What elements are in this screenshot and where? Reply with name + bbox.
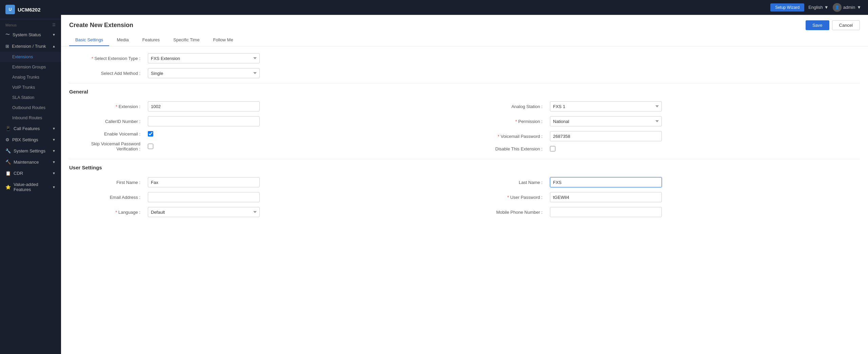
chevron-down-icon: ▼ bbox=[824, 5, 829, 10]
first-name-label: First Name : bbox=[69, 180, 144, 185]
analog-station-label: Analog Station : bbox=[471, 104, 546, 109]
sidebar-item-system-status[interactable]: 〜 System Status ▼ bbox=[0, 28, 61, 41]
user-settings-section-title: User Settings bbox=[69, 165, 860, 172]
first-name-input[interactable] bbox=[148, 177, 260, 187]
enable-voicemail-checkbox[interactable] bbox=[148, 131, 153, 137]
content-area: Create New Extension Save Cancel Basic S… bbox=[61, 15, 868, 354]
sidebar-item-label: Extension / Trunk bbox=[12, 44, 46, 49]
permission-row: Permission : Internal Local National Int… bbox=[471, 116, 860, 126]
callerid-input[interactable] bbox=[148, 116, 260, 126]
add-method-select[interactable]: Single Batch bbox=[148, 68, 260, 78]
sidebar-item-pbx-settings[interactable]: ⚙ PBX Settings ▼ bbox=[0, 134, 61, 145]
user-menu[interactable]: 👤 admin ▼ bbox=[833, 3, 861, 12]
chevron-icon: ▼ bbox=[52, 185, 56, 189]
extension-row: Extension : bbox=[69, 101, 458, 111]
user-settings-right-col: Last Name : User Password : Mobile Phone… bbox=[471, 177, 860, 222]
callerid-row: CallerID Number : bbox=[69, 116, 458, 126]
add-method-label: Select Add Method : bbox=[69, 71, 144, 76]
sidebar-item-label: Call Features bbox=[14, 126, 40, 131]
extension-type-select[interactable]: FXS Extension SIP Extension IAX Extensio… bbox=[148, 53, 260, 63]
general-right-col: Analog Station : FXS 1 FXS 2 Permission … bbox=[471, 101, 860, 156]
sidebar-item-cdr[interactable]: 📋 CDR ▼ bbox=[0, 168, 61, 179]
language-select[interactable]: Default English Chinese bbox=[148, 207, 260, 217]
analog-station-row: Analog Station : FXS 1 FXS 2 bbox=[471, 101, 860, 111]
main-area: Setup Wizard English ▼ 👤 admin ▼ Create … bbox=[61, 0, 868, 354]
callerid-label: CallerID Number : bbox=[69, 119, 144, 124]
sidebar-item-maintenance[interactable]: 🔨 Maintenance ▼ bbox=[0, 157, 61, 168]
sidebar-item-inbound-routes[interactable]: Inbound Routes bbox=[0, 113, 61, 123]
extension-type-select-wrapper: FXS Extension SIP Extension IAX Extensio… bbox=[148, 53, 260, 63]
tab-media[interactable]: Media bbox=[111, 34, 135, 46]
topbar: Setup Wizard English ▼ 👤 admin ▼ bbox=[61, 0, 868, 15]
divider-user-settings bbox=[69, 159, 860, 159]
skip-voicemail-label: Skip Voicemail Password Verification : bbox=[69, 141, 144, 151]
sidebar-item-analog-trunks[interactable]: Analog Trunks bbox=[0, 72, 61, 82]
analog-station-wrapper: FXS 1 FXS 2 bbox=[550, 101, 662, 111]
sidebar-item-label: Maintenance bbox=[14, 160, 39, 165]
sidebar-item-value-added[interactable]: ⭐ Value-added Features ▼ bbox=[0, 179, 61, 195]
pbx-settings-icon: ⚙ bbox=[5, 137, 9, 142]
tab-follow-me[interactable]: Follow Me bbox=[207, 34, 239, 46]
mobile-phone-input[interactable] bbox=[550, 207, 662, 217]
language-selector[interactable]: English ▼ bbox=[808, 5, 829, 10]
disable-extension-checkbox[interactable] bbox=[550, 146, 555, 151]
sidebar-logo: U UCM6202 bbox=[0, 0, 61, 19]
skip-voicemail-checkbox[interactable] bbox=[148, 144, 153, 149]
cancel-button[interactable]: Cancel bbox=[832, 20, 860, 30]
tab-specific-time[interactable]: Specific Time bbox=[167, 34, 205, 46]
system-settings-icon: 🔧 bbox=[5, 148, 11, 153]
sidebar-item-system-settings[interactable]: 🔧 System Settings ▼ bbox=[0, 145, 61, 157]
sidebar-item-extension-trunk[interactable]: ⊞ Extension / Trunk ▲ bbox=[0, 41, 61, 52]
content-header: Create New Extension Save Cancel Basic S… bbox=[61, 15, 868, 46]
extension-type-row: Select Extension Type : FXS Extension SI… bbox=[69, 53, 860, 63]
maintenance-icon: 🔨 bbox=[5, 160, 11, 165]
tab-basic-settings[interactable]: Basic Settings bbox=[69, 34, 109, 46]
menu-icon[interactable]: ☰ bbox=[52, 23, 56, 27]
chevron-icon: ▼ bbox=[52, 138, 56, 142]
user-settings-left-col: First Name : Email Address : Language : … bbox=[69, 177, 458, 222]
extension-input[interactable] bbox=[148, 101, 260, 111]
sidebar-item-outbound-routes[interactable]: Outbound Routes bbox=[0, 103, 61, 113]
sidebar-item-label: System Settings bbox=[14, 148, 45, 153]
tab-features[interactable]: Features bbox=[136, 34, 166, 46]
skip-voicemail-row: Skip Voicemail Password Verification : bbox=[69, 141, 458, 151]
page-title: Create New Extension bbox=[69, 22, 133, 29]
chevron-down-icon: ▼ bbox=[857, 5, 861, 10]
add-method-row: Select Add Method : Single Batch bbox=[69, 68, 860, 78]
sidebar-item-call-features[interactable]: 📱 Call Features ▼ bbox=[0, 123, 61, 134]
last-name-input[interactable] bbox=[550, 177, 662, 187]
last-name-row: Last Name : bbox=[471, 177, 860, 187]
voicemail-password-label: Voicemail Password : bbox=[471, 134, 546, 139]
save-button[interactable]: Save bbox=[806, 20, 829, 30]
system-status-icon: 〜 bbox=[5, 32, 10, 38]
permission-select[interactable]: Internal Local National International bbox=[550, 116, 662, 126]
voicemail-password-input[interactable] bbox=[550, 131, 662, 141]
extension-trunk-icon: ⊞ bbox=[5, 44, 9, 49]
user-password-input[interactable] bbox=[550, 192, 662, 202]
setup-wizard-button[interactable]: Setup Wizard bbox=[770, 3, 804, 12]
sidebar-item-label: PBX Settings bbox=[12, 137, 38, 142]
sidebar-item-extension-groups[interactable]: Extension Groups bbox=[0, 62, 61, 72]
disable-extension-wrapper bbox=[550, 146, 555, 151]
chevron-up-icon: ▲ bbox=[52, 44, 56, 48]
sidebar-item-sla-station[interactable]: SLA Station bbox=[0, 92, 61, 103]
language-wrapper: Default English Chinese bbox=[148, 207, 260, 217]
enable-voicemail-wrapper bbox=[148, 131, 153, 137]
logo-icon: U bbox=[5, 5, 15, 14]
extension-type-label: Select Extension Type : bbox=[69, 56, 144, 61]
permission-wrapper: Internal Local National International bbox=[550, 116, 662, 126]
form-content: Select Extension Type : FXS Extension SI… bbox=[61, 46, 868, 229]
email-input[interactable] bbox=[148, 192, 260, 202]
sidebar-item-voip-trunks[interactable]: VoIP Trunks bbox=[0, 82, 61, 92]
call-features-icon: 📱 bbox=[5, 126, 11, 131]
menus-label: Menus ☰ bbox=[0, 19, 61, 28]
language-label: Language : bbox=[69, 210, 144, 215]
logo-text: UCM6202 bbox=[18, 7, 41, 13]
disable-extension-label: Disable This Extension : bbox=[471, 146, 546, 151]
sidebar-item-extensions[interactable]: Extensions bbox=[0, 52, 61, 62]
email-row: Email Address : bbox=[69, 192, 458, 202]
chevron-icon: ▼ bbox=[52, 149, 56, 153]
avatar: 👤 bbox=[833, 3, 842, 12]
analog-station-select[interactable]: FXS 1 FXS 2 bbox=[550, 101, 662, 111]
chevron-icon: ▼ bbox=[52, 33, 56, 37]
